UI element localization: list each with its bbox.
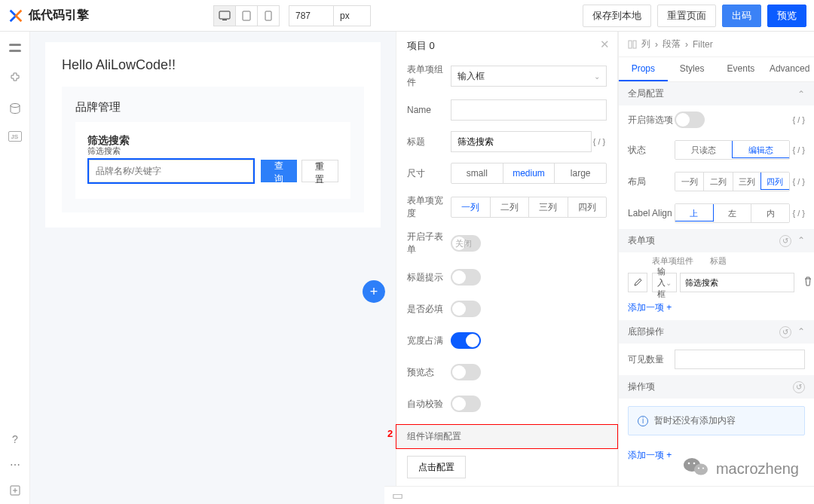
align-left[interactable]: 左 — [713, 204, 751, 222]
width-4[interactable]: 四列 — [568, 197, 607, 217]
status-edit[interactable]: 编辑态 — [732, 140, 791, 158]
add-form-item-link[interactable]: 添加一项 + — [619, 295, 814, 320]
tab-styles[interactable]: Styles — [668, 57, 717, 81]
size-small[interactable]: small — [451, 163, 503, 183]
breadcrumb-item[interactable]: Filter — [693, 39, 713, 50]
export-code-button[interactable]: 出码 — [722, 5, 761, 27]
layout-3[interactable]: 三列 — [733, 173, 761, 191]
row-label-status: 状态 — [628, 144, 675, 157]
width-1[interactable]: 一列 — [451, 197, 490, 217]
align-inside[interactable]: 内 — [751, 204, 789, 222]
delete-item-button[interactable] — [797, 276, 814, 289]
rail-data-icon[interactable] — [8, 101, 23, 116]
brand-keyword-input[interactable] — [89, 160, 253, 182]
collapse-icon[interactable]: ⌃ — [797, 326, 805, 338]
code-binding-icon[interactable]: { / } — [790, 115, 805, 124]
component-detail-section-header: 2 组件详细配置 — [396, 425, 617, 448]
canvas-width-input[interactable] — [289, 5, 334, 26]
device-desktop-button[interactable] — [213, 5, 236, 26]
logo-text: 低代码引擎 — [29, 8, 89, 23]
form-item-row: 输入框⌄ ⋮⋮ — [619, 270, 814, 295]
item-component-select[interactable]: 输入框⌄ — [652, 273, 677, 292]
query-button[interactable]: 查询 — [261, 160, 296, 182]
autoval-toggle[interactable] — [451, 396, 481, 412]
footer-tray: ▭ — [384, 486, 814, 504]
device-tablet-button[interactable] — [235, 5, 258, 26]
collapse-icon[interactable]: ⌃ — [797, 89, 805, 99]
enable-filter-toggle[interactable] — [675, 111, 705, 128]
chevron-down-icon: ⌄ — [666, 279, 672, 287]
status-readonly[interactable]: 只读态 — [675, 141, 733, 159]
reset-icon[interactable]: ↺ — [779, 326, 791, 338]
watermark: macrozheng — [683, 456, 799, 481]
filter-block-title: 筛选搜索 — [87, 134, 338, 148]
logo: 低代码引擎 — [8, 8, 89, 24]
tab-events[interactable]: Events — [717, 57, 766, 81]
rail-components-icon[interactable] — [8, 71, 23, 86]
width-2[interactable]: 二列 — [490, 197, 529, 217]
edit-item-button[interactable] — [628, 273, 647, 292]
reset-icon[interactable]: ↺ — [793, 381, 805, 393]
fullwidth-toggle[interactable] — [451, 332, 481, 349]
annotation-marker-2: 2 — [387, 428, 393, 439]
code-binding-icon[interactable]: { / } — [790, 177, 805, 186]
footer-slot-icon[interactable]: ▭ — [392, 488, 403, 502]
code-binding-icon[interactable]: { / } — [592, 137, 607, 146]
layout-segmented: 一列 二列 三列 四列 — [675, 172, 790, 191]
size-large[interactable]: large — [554, 163, 606, 183]
layout-2[interactable]: 二列 — [703, 173, 732, 191]
empty-text: 暂时还没有添加内容 — [654, 414, 736, 427]
rail-more-icon[interactable]: ⋯ — [8, 457, 23, 472]
section-global-config[interactable]: 全局配置 ⌃ — [619, 82, 814, 105]
item-title-input[interactable] — [680, 273, 794, 292]
selected-filter-field[interactable] — [87, 158, 255, 184]
section-bottom-actions[interactable]: 底部操作 ↺⌃ — [619, 320, 814, 344]
row-label-enable-filter: 开启筛选项 — [628, 114, 675, 127]
filter-block: 筛选搜索 筛选搜索 查询 重置 — [75, 122, 350, 199]
preview-toggle[interactable] — [451, 364, 481, 380]
titlehint-toggle[interactable] — [451, 269, 481, 286]
canvas-unit-input[interactable] — [333, 5, 371, 26]
click-config-button[interactable]: 点击配置 — [407, 456, 466, 478]
rail-outline-icon[interactable] — [8, 41, 23, 56]
breadcrumb-item[interactable]: 列 — [641, 38, 650, 50]
tab-advanced[interactable]: Advanced — [765, 57, 814, 81]
required-toggle[interactable] — [451, 301, 481, 317]
visible-count-input[interactable] — [675, 350, 805, 369]
code-binding-icon[interactable]: { / } — [790, 145, 805, 154]
close-icon[interactable]: ✕ — [600, 38, 610, 51]
add-fab-button[interactable]: + — [363, 280, 385, 303]
title-input[interactable] — [451, 131, 592, 152]
pop-label-autoval: 自动校验 — [407, 398, 451, 411]
section-form-items[interactable]: 表单项 ↺⌃ — [619, 229, 814, 252]
reset-button[interactable]: 重置 — [301, 160, 338, 182]
component-select[interactable]: 输入框⌄ — [451, 66, 607, 87]
pop-label-required: 是否必填 — [407, 303, 451, 316]
tab-props[interactable]: Props — [619, 57, 668, 81]
reset-icon[interactable]: ↺ — [779, 235, 791, 247]
collapse-icon[interactable]: ⌃ — [797, 235, 805, 247]
rail-collapse-icon[interactable] — [8, 483, 23, 498]
pop-label-width: 表单项宽度 — [407, 194, 451, 220]
align-top[interactable]: 上 — [675, 203, 714, 221]
device-mobile-button[interactable] — [257, 5, 280, 26]
layout-1[interactable]: 一列 — [675, 173, 703, 191]
size-medium[interactable]: medium — [503, 163, 555, 183]
pop-label-titlehint: 标题提示 — [407, 271, 451, 284]
rail-js-icon[interactable]: JS — [8, 131, 22, 142]
align-segmented: 上 左 内 — [675, 203, 790, 223]
layout-4[interactable]: 四列 — [760, 172, 790, 190]
code-binding-icon[interactable]: { / } — [790, 209, 805, 218]
row-label-visible-count: 可见数量 — [628, 353, 675, 366]
save-button[interactable]: 保存到本地 — [583, 5, 651, 27]
name-input[interactable] — [451, 99, 607, 121]
reset-page-button[interactable]: 重置页面 — [657, 5, 716, 27]
svg-rect-1 — [222, 20, 227, 20]
rail-help-icon[interactable]: ? — [8, 432, 23, 447]
preview-button[interactable]: 预览 — [767, 5, 806, 27]
device-switcher — [213, 5, 280, 26]
section-action-items[interactable]: 操作项 ↺ — [619, 375, 814, 399]
main-layout: JS ? ⋯ Hello AliLowCode!! 品牌管理 筛选搜索 筛选搜索… — [0, 32, 814, 504]
breadcrumb-item[interactable]: 段落 — [663, 38, 681, 50]
width-3[interactable]: 三列 — [528, 197, 568, 217]
